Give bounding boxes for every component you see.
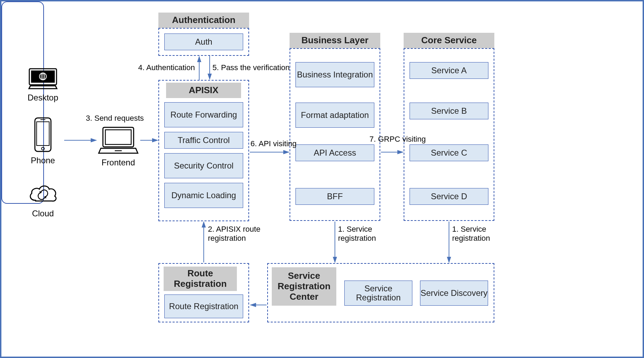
diagram-canvas: Desktop Phone Cloud Frontend Authenticat… <box>0 0 644 358</box>
apisix-item-3: Dynamic Loading <box>164 183 243 208</box>
core-item-3: Service D <box>410 188 488 205</box>
frontend-label: Frontend <box>97 158 139 167</box>
edge-1a: 1. Service registration <box>338 225 383 243</box>
apisix-item-1: Traffic Control <box>164 132 243 149</box>
frontend-icon <box>97 125 139 156</box>
routereg-title: Route Registration <box>164 267 237 291</box>
apisix-title: APISIX <box>166 83 241 98</box>
device-group <box>1 1 44 204</box>
edge-4: 4. Authentication <box>138 63 195 72</box>
edge-2: 2. APISIX route registration <box>208 225 267 243</box>
edge-3: 3. Send requests <box>86 114 144 123</box>
core-item-0: Service A <box>410 62 488 79</box>
svg-rect-9 <box>103 127 134 147</box>
business-item-0: Business Integration <box>295 62 374 87</box>
business-item-1: Format adaptation <box>295 103 374 128</box>
svccenter-box-0: Service Registration <box>344 281 412 306</box>
edge-7: 7. GRPC visiting <box>369 135 426 144</box>
auth-title: Authentication <box>158 13 249 28</box>
apisix-item-0: Route Forwarding <box>164 102 243 127</box>
routereg-box: Route Registration <box>164 294 243 318</box>
edge-1b: 1. Service registration <box>452 225 497 243</box>
desktop-label: Desktop <box>22 93 64 103</box>
cloud-label: Cloud <box>22 209 64 218</box>
business-item-3: BFF <box>295 188 374 205</box>
phone-label: Phone <box>22 156 64 165</box>
svccenter-box-1: Service Discovery <box>420 281 488 306</box>
svg-rect-10 <box>105 130 131 144</box>
edge-5: 5. Pass the verification <box>212 63 290 72</box>
core-item-1: Service B <box>410 103 488 119</box>
auth-box: Auth <box>164 33 243 50</box>
business-title: Business Layer <box>290 33 380 48</box>
edge-6: 6. API visiting <box>250 139 297 148</box>
core-title: Core Service <box>404 33 494 48</box>
core-item-2: Service C <box>410 144 488 161</box>
apisix-item-2: Security Control <box>164 153 243 178</box>
svccenter-title: Service Registration Center <box>272 267 336 306</box>
business-item-2: API Access <box>295 144 374 161</box>
